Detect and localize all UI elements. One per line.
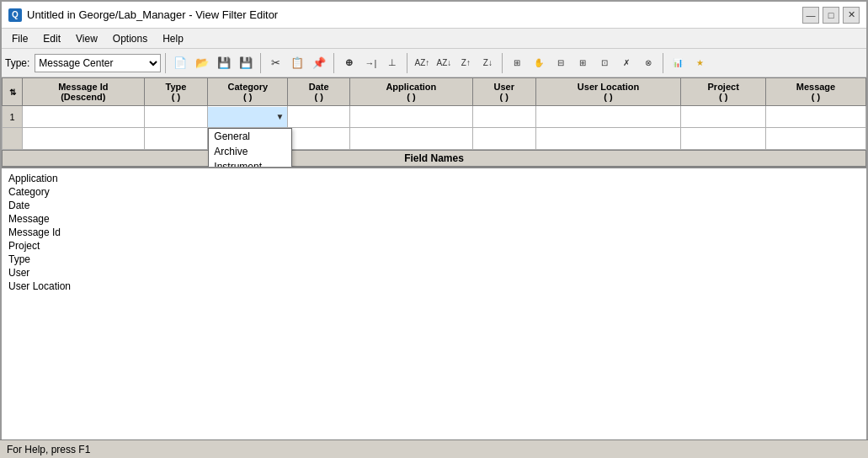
toolbar-sep-5: [502, 53, 503, 73]
toolbar-sep-2: [260, 53, 261, 73]
title-bar: Q Untitled in George/Lab_Manager - View …: [2, 2, 866, 29]
field-name-date[interactable]: Date: [8, 199, 860, 212]
field-name-application[interactable]: Application: [8, 172, 860, 185]
row-number-empty: [3, 128, 23, 150]
title-bar-controls: — □ ✕: [802, 7, 860, 24]
table-row: 1 ▼ General Archive Instrument: [3, 106, 866, 128]
cell-date[interactable]: [288, 106, 350, 128]
col-icon-header: ⇅: [3, 78, 23, 106]
open-button[interactable]: 📂: [192, 53, 212, 73]
field-name-project[interactable]: Project: [8, 239, 860, 253]
save-button[interactable]: 💾: [214, 53, 234, 73]
col-project[interactable]: Project ( ): [681, 78, 766, 106]
maximize-button[interactable]: □: [823, 7, 839, 24]
col-user-sub: ( ): [478, 92, 530, 102]
field-name-message[interactable]: Message: [8, 212, 860, 226]
grid-area: ⇅ Message Id (Descend) Type ( ) Category…: [2, 77, 866, 168]
col-message-id-sub: (Descend): [28, 92, 139, 102]
toolbar-sep-4: [407, 53, 407, 73]
col-user[interactable]: User ( ): [472, 78, 535, 106]
menu-view[interactable]: View: [69, 31, 104, 46]
title-bar-left: Q Untitled in George/Lab_Manager - View …: [8, 8, 278, 22]
dropdown-item-instrument[interactable]: Instrument: [209, 159, 291, 168]
tb-btn1[interactable]: ⊞: [507, 53, 527, 73]
dropdown-item-general[interactable]: General: [209, 129, 291, 144]
cut-button[interactable]: ✂: [265, 53, 285, 73]
menu-edit[interactable]: Edit: [36, 31, 67, 46]
col-project-label: Project: [686, 82, 760, 92]
tb-btn4[interactable]: ⊞: [572, 53, 593, 73]
tb-btn3[interactable]: ⊟: [551, 53, 571, 73]
col-user-label: User: [478, 82, 530, 92]
col-category[interactable]: Category ( ): [208, 78, 288, 106]
category-dropdown-list[interactable]: General Archive Instrument Security Proc…: [208, 128, 292, 168]
col-application[interactable]: Application ( ): [349, 78, 472, 106]
main-area: ⇅ Message Id (Descend) Type ( ) Category…: [2, 77, 866, 441]
col-type[interactable]: Type ( ): [144, 78, 208, 106]
sort-az-button[interactable]: AZ↑: [412, 53, 432, 73]
col-type-sub: ( ): [150, 92, 203, 102]
table-row-empty: [3, 128, 866, 150]
col-category-sub: ( ): [213, 92, 282, 102]
toolbar-sep-6: [663, 53, 663, 73]
paste-button[interactable]: 📌: [309, 53, 329, 73]
col-type-label: Type: [150, 82, 203, 92]
filter3-button[interactable]: ⊥: [382, 53, 402, 73]
sort-num-asc-button[interactable]: Z↑: [455, 53, 476, 73]
menu-options[interactable]: Options: [106, 31, 154, 46]
tb-btn6[interactable]: ✗: [616, 53, 636, 73]
cell-type[interactable]: [144, 106, 208, 128]
type-label: Type:: [5, 57, 29, 69]
save-alt-button[interactable]: 💾: [236, 53, 256, 73]
cell-category[interactable]: ▼ General Archive Instrument Security Pr…: [208, 106, 288, 128]
field-name-user[interactable]: User: [8, 266, 860, 280]
col-date-label: Date: [293, 82, 344, 92]
field-name-category[interactable]: Category: [8, 185, 860, 199]
cell-user-location[interactable]: [535, 106, 681, 128]
sort-num-desc-button[interactable]: Z↓: [477, 53, 498, 73]
minimize-button[interactable]: —: [802, 7, 819, 24]
col-message-label: Message: [771, 82, 860, 92]
menu-bar: File Edit View Options Help: [2, 29, 866, 49]
cell-project[interactable]: [681, 106, 766, 128]
col-message-id[interactable]: Message Id (Descend): [23, 78, 145, 106]
col-date[interactable]: Date ( ): [288, 78, 350, 106]
new-doc-button[interactable]: 📄: [170, 53, 190, 73]
cell-user[interactable]: [472, 106, 535, 128]
col-message-id-label: Message Id: [28, 82, 139, 92]
cell-message-id[interactable]: [23, 106, 145, 128]
cell-application[interactable]: [349, 106, 472, 128]
col-user-location[interactable]: User Location ( ): [535, 78, 681, 106]
dropdown-item-archive[interactable]: Archive: [209, 144, 291, 159]
tb-btn9[interactable]: ★: [690, 53, 710, 73]
menu-help[interactable]: Help: [156, 31, 190, 46]
filter-table: ⇅ Message Id (Descend) Type ( ) Category…: [2, 77, 866, 150]
toolbar-sep-1: [165, 53, 166, 73]
toolbar: Type: Message Center 📄 📂 💾 💾 ✂ 📋 📌 ⊕ →| …: [2, 49, 866, 77]
toolbar-sep-3: [333, 53, 334, 73]
copy-button[interactable]: 📋: [287, 53, 307, 73]
status-bar: For Help, press F1: [0, 439, 868, 458]
tb-btn2[interactable]: ✋: [529, 53, 549, 73]
filter1-button[interactable]: ⊕: [338, 53, 359, 73]
field-names-area: Application Category Date Message Messag…: [2, 168, 866, 441]
sort-za-button[interactable]: AZ↓: [434, 53, 454, 73]
col-message[interactable]: Message ( ): [765, 78, 865, 106]
tb-btn5[interactable]: ⊡: [594, 53, 615, 73]
col-message-sub: ( ): [771, 92, 860, 102]
cell-message[interactable]: [765, 106, 865, 128]
filter2-button[interactable]: →|: [360, 53, 381, 73]
field-name-type[interactable]: Type: [8, 253, 860, 266]
menu-file[interactable]: File: [5, 31, 35, 46]
tb-btn8[interactable]: 📊: [668, 53, 688, 73]
type-select[interactable]: Message Center: [35, 54, 161, 72]
app-icon: Q: [8, 8, 22, 22]
field-name-message-id[interactable]: Message Id: [8, 226, 860, 239]
field-name-user-location[interactable]: User Location: [8, 280, 860, 293]
close-button[interactable]: ✕: [843, 7, 860, 24]
field-names-bar: Field Names: [2, 150, 866, 167]
col-user-location-label: User Location: [541, 82, 676, 92]
tb-btn7[interactable]: ⊗: [638, 53, 658, 73]
col-date-sub: ( ): [293, 92, 344, 102]
col-project-sub: ( ): [686, 92, 760, 102]
